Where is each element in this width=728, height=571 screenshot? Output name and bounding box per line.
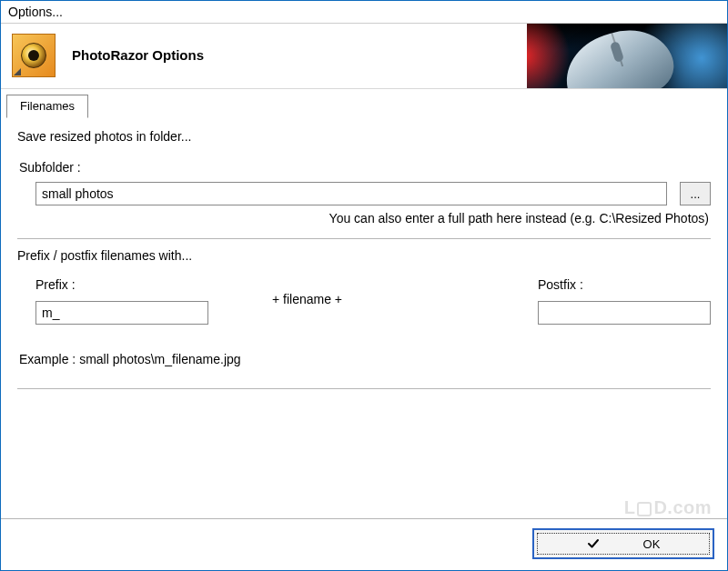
header-banner: PhotoRazor Options [1,24,727,89]
subfolder-label: Subfolder : [19,160,711,175]
affix-heading: Prefix / postfix filenames with... [17,248,711,263]
postfix-label: Postfix : [538,277,711,292]
header-title: PhotoRazor Options [72,47,204,63]
ok-button[interactable]: OK [532,528,714,559]
header-art [527,24,727,88]
prefix-label: Prefix : [35,277,208,292]
window-titlebar[interactable]: Options... [1,1,727,24]
tab-label: Filenames [20,99,75,113]
content-area: Filenames Save resized photos in folder.… [1,89,727,570]
divider-bottom [17,388,711,389]
button-bar: OK [1,518,727,570]
subfolder-hint: You can also enter a full path here inst… [17,211,709,225]
tab-pane-filenames: Save resized photos in folder... Subfold… [1,118,727,383]
save-heading: Save resized photos in folder... [17,129,711,144]
divider [17,238,711,239]
example-text: Example : small photos\m_filename.jpg [19,352,711,366]
postfix-input[interactable] [538,301,711,325]
tab-strip: Filenames [6,95,727,118]
check-icon [587,537,600,550]
ok-label: OK [643,537,661,551]
prefix-input[interactable] [35,301,208,325]
plus-filename-text: + filename + [217,292,379,310]
window-title: Options... [8,5,63,19]
app-icon [12,34,56,77]
browse-button[interactable]: ... [680,182,711,205]
options-window: Options... PhotoRazor Options Filenames … [0,0,728,571]
ellipsis-icon: ... [691,187,701,201]
subfolder-input[interactable] [35,182,667,205]
tab-filenames[interactable]: Filenames [6,95,88,118]
